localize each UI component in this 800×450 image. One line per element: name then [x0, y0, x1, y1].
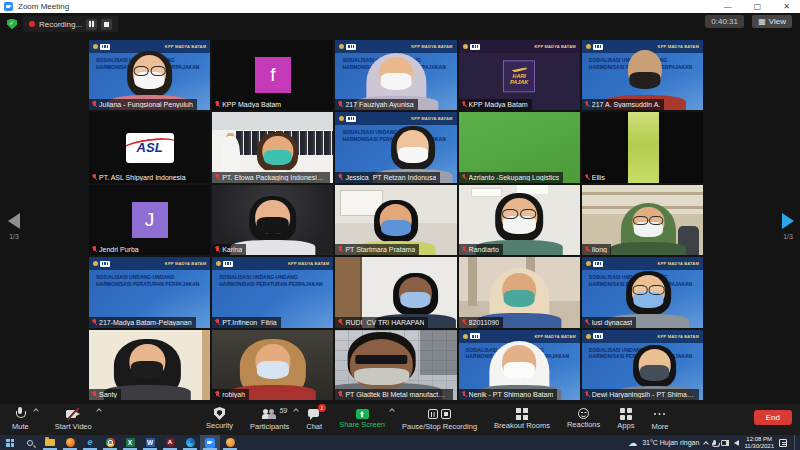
- participant-tile[interactable]: Azrianto -Sekupang Logistics: [459, 112, 580, 182]
- participant-tile[interactable]: PT. Etowa Packaging Indonesia - Tri...: [212, 112, 333, 182]
- apps-button[interactable]: Apps: [615, 405, 636, 431]
- previous-page-button[interactable]: 1/3: [8, 213, 20, 240]
- participant-tile[interactable]: Santy: [89, 330, 210, 400]
- banner-office-label: KPP MADYA BATAM: [534, 44, 575, 49]
- participant-name-badge: Karina: [212, 244, 246, 255]
- share-options-caret[interactable]: [389, 408, 395, 414]
- participant-name-badge: Santy: [89, 389, 121, 400]
- participant-tile[interactable]: Karina: [212, 185, 333, 255]
- taskbar-edge[interactable]: [180, 435, 200, 450]
- weather-text[interactable]: 31°C Hujan ringan: [642, 439, 699, 446]
- participant-tile[interactable]: Randiarto: [459, 185, 580, 255]
- left-arrow-icon: [8, 213, 20, 229]
- mute-button[interactable]: Mute: [10, 405, 31, 432]
- participant-tile[interactable]: KPP MADYA BATAMSOSIALISASI UNDANG-UNDANG…: [335, 112, 456, 182]
- participant-tile[interactable]: KPP MADYA BATAMSOSIALISASI UNDANG-UNDANG…: [582, 330, 703, 400]
- taskbar-file-explorer[interactable]: [40, 435, 60, 450]
- muted-mic-icon: [337, 318, 343, 326]
- more-button[interactable]: More: [649, 405, 670, 432]
- participant-name: robiyah: [222, 391, 245, 398]
- glasses: [632, 285, 664, 293]
- participant-name-badge: Ilong: [582, 244, 611, 255]
- participant-tile[interactable]: Ellis: [582, 112, 703, 182]
- kemenkeu-logo: [339, 44, 344, 49]
- taskbar-chrome[interactable]: [100, 435, 120, 450]
- muted-mic-icon: [214, 246, 220, 254]
- chat-bubble-icon: 1: [307, 407, 322, 421]
- taskbar-word[interactable]: W: [140, 435, 160, 450]
- breakout-rooms-button[interactable]: Breakout Rooms: [492, 405, 552, 431]
- mute-options-caret[interactable]: [33, 408, 39, 414]
- taskbar-app-a[interactable]: A: [160, 435, 180, 450]
- security-button[interactable]: Security: [204, 405, 235, 431]
- video-options-caret[interactable]: [96, 408, 102, 414]
- djp-logo: [470, 333, 480, 339]
- participant-tile[interactable]: KPP MADYA BATAMHARIPAJAKKPP Madya Batam: [459, 40, 580, 110]
- orange-app-icon: [226, 438, 235, 447]
- participant-name-badge: Nenik - PT Shimano Batam: [459, 389, 558, 400]
- kemenkeu-logo: [586, 261, 591, 266]
- participant-name: KPP Madya Batam: [469, 101, 528, 108]
- participant-tile[interactable]: KPP MADYA BATAMSOSIALISASI UNDANG-UNDANG…: [89, 257, 210, 327]
- taskbar-search-button[interactable]: [20, 435, 40, 450]
- participant-tile[interactable]: fKPP Madya Batam: [212, 40, 333, 110]
- hidden-icons-caret[interactable]: [704, 441, 710, 447]
- participants-button[interactable]: 59 Participants: [248, 405, 291, 432]
- participant-tile[interactable]: KPP MADYA BATAMSOSIALISASI UNDANG-UNDANG…: [89, 40, 210, 110]
- participant-name-badge: PT.Infineon_Fitria: [212, 317, 280, 328]
- maximize-button[interactable]: ▢: [754, 0, 762, 13]
- taskbar-internet-explorer[interactable]: e: [80, 435, 100, 450]
- participant-tile[interactable]: 82011090: [459, 257, 580, 327]
- participant-name: Ellis: [592, 174, 605, 181]
- participant-tile[interactable]: RUDI_CV TRI HARAPAN: [335, 257, 456, 327]
- share-screen-button[interactable]: Share Screen: [337, 405, 387, 430]
- pause-icon: [428, 409, 438, 419]
- glasses: [502, 209, 536, 218]
- taskbar-firefox[interactable]: [60, 435, 80, 450]
- muted-mic-icon: [337, 173, 343, 181]
- end-meeting-button[interactable]: End: [754, 410, 792, 425]
- participant-tile[interactable]: KPP MADYA BATAMSOSIALISASI UNDANG-UNDANG…: [582, 257, 703, 327]
- pause-stop-recording-button[interactable]: Pause/Stop Recording: [400, 405, 479, 432]
- participant-name-badge: Juliana - Fungsional Penyuluh: [89, 99, 197, 110]
- djp-logo: [223, 261, 233, 267]
- recording-label: Recording...: [39, 20, 82, 29]
- reactions-button[interactable]: Reactions: [565, 405, 602, 430]
- tray-volume-icon[interactable]: [734, 440, 739, 446]
- close-button[interactable]: ✕: [783, 0, 790, 13]
- participant-tile[interactable]: Ilong: [582, 185, 703, 255]
- participant-tile[interactable]: KPP MADYA BATAMSOSIALISASI UNDANG-UNDANG…: [212, 257, 333, 327]
- participant-tile[interactable]: PT Startmara Pratama: [335, 185, 456, 255]
- banner-office-label: KPP MADYA BATAM: [411, 44, 452, 49]
- participant-tile[interactable]: KPP MADYA BATAMSOSIALISASI UNDANG-UNDANG…: [335, 40, 456, 110]
- taskbar-clock[interactable]: 12:08 PM 11/30/2021: [744, 436, 774, 449]
- view-button[interactable]: ▦ View: [752, 15, 792, 28]
- minimize-button[interactable]: —: [724, 0, 732, 13]
- taskbar-pdf-app[interactable]: [220, 435, 240, 450]
- next-page-button[interactable]: 1/3: [782, 213, 794, 240]
- stop-recording-icon[interactable]: [101, 19, 112, 30]
- participant-tile[interactable]: robiyah: [212, 330, 333, 400]
- page-indicator: 1/3: [783, 233, 793, 240]
- encryption-shield-icon[interactable]: [7, 19, 17, 30]
- banner-office-label: KPP MADYA BATAM: [658, 334, 699, 339]
- taskbar-excel[interactable]: X: [120, 435, 140, 450]
- word-icon: W: [146, 438, 155, 447]
- participant-tile[interactable]: PT Gladtek Bi Metal manufacturing_Me...: [335, 330, 456, 400]
- participant-name-badge: RUDI_CV TRI HARAPAN: [335, 317, 428, 328]
- taskbar-zoom[interactable]: [200, 435, 220, 450]
- participant-tile[interactable]: KPP MADYA BATAMSOSIALISASI UNDANG-UNDANG…: [459, 330, 580, 400]
- start-button[interactable]: [0, 435, 20, 450]
- show-desktop-button[interactable]: [794, 435, 797, 450]
- muted-mic-icon: [91, 173, 97, 181]
- chat-button[interactable]: 1 Chat: [304, 405, 324, 432]
- start-video-button[interactable]: Start Video: [53, 405, 94, 432]
- tray-microphone-icon[interactable]: [713, 440, 716, 445]
- participant-tile[interactable]: ASLPT. ASL Shipyard Indonesia: [89, 112, 210, 182]
- participant-tile[interactable]: JJendri Purba: [89, 185, 210, 255]
- participant-name-badge: Azrianto -Sekupang Logistics: [459, 172, 564, 183]
- participants-options-caret[interactable]: [293, 408, 299, 414]
- participant-tile[interactable]: KPP MADYA BATAMSOSIALISASI UNDANG-UNDANG…: [582, 40, 703, 110]
- action-center-icon[interactable]: [779, 439, 787, 447]
- pause-recording-icon[interactable]: [86, 19, 97, 30]
